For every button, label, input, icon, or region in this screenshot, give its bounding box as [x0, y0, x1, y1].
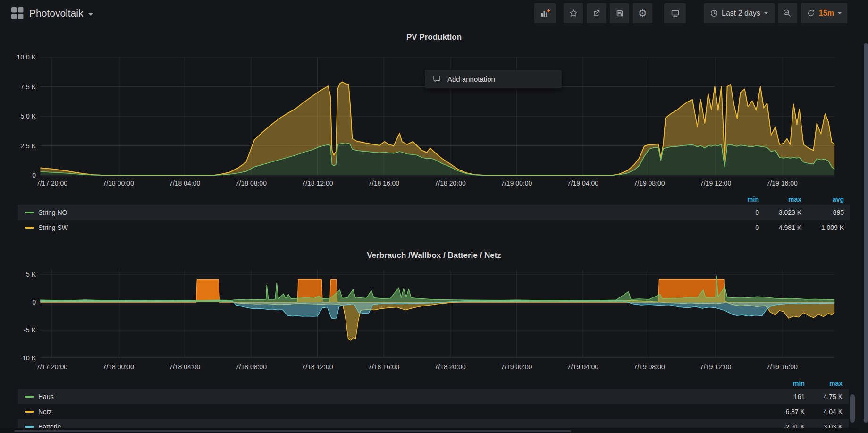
y-tick-label: 0	[0, 171, 36, 179]
time-range-picker[interactable]: Last 2 days	[704, 3, 775, 23]
legend-header-pv: minmaxavg	[18, 194, 850, 205]
x-tick-label: 7/18 04:00	[169, 363, 200, 371]
legend-verbrauch: Haus1614.75 KNetz-6.87 K4.04 KBatterie-2…	[18, 389, 849, 433]
series-color-dash-icon[interactable]	[25, 212, 34, 213]
clock-icon	[710, 9, 718, 17]
legend-series-label[interactable]: Haus	[38, 389, 54, 404]
x-tick-label: 7/19 04:00	[567, 179, 598, 187]
x-tick-label: 7/17 20:00	[36, 363, 67, 371]
refresh-icon	[807, 9, 815, 17]
x-tick-label: 7/18 12:00	[302, 179, 333, 187]
x-tick-label: 7/18 20:00	[435, 363, 466, 371]
x-tick-label: 7/18 12:00	[302, 363, 333, 371]
series-color-dash-icon[interactable]	[25, 396, 34, 398]
gear-icon: ⚙	[638, 8, 647, 18]
x-tick-label: 7/18 08:00	[236, 363, 267, 371]
y-tick-label: -5 K	[0, 326, 36, 334]
grafana-dashboard: { "navbar": { "title": "Photovoltaik", "…	[0, 0, 868, 433]
main-scrollbar-thumb[interactable]	[864, 43, 868, 423]
share-button[interactable]	[587, 3, 606, 23]
y-tick-label: 10.0 K	[0, 53, 36, 61]
refresh-picker[interactable]: 15m	[801, 3, 847, 23]
legend-value-max: 4.04 K	[791, 404, 843, 419]
save-button[interactable]	[610, 3, 629, 23]
series-color-dash-icon[interactable]	[25, 411, 34, 413]
legend-col-header-max[interactable]: max	[759, 194, 801, 205]
dashboard-title: Photovoltaik	[29, 0, 83, 26]
settings-button[interactable]: ⚙	[633, 3, 652, 23]
y-tick-label: 2.5 K	[0, 142, 36, 150]
nav-toolbar: ⚙ Last 2 days	[534, 3, 847, 23]
series-color-dash-icon[interactable]	[25, 227, 34, 229]
panel-title-pv-produktion[interactable]: PV Produktion	[0, 33, 868, 42]
add-panel-button[interactable]	[534, 3, 556, 23]
x-tick-label: 7/17 20:00	[36, 179, 67, 187]
x-tick-label: 7/18 16:00	[368, 179, 399, 187]
chevron-down-icon	[88, 13, 93, 16]
legend-series-label[interactable]: String SW	[38, 220, 68, 235]
y-tick-label: 5 K	[0, 271, 36, 278]
x-tick-label: 7/18 00:00	[103, 363, 134, 371]
navbar: Photovoltaik	[0, 0, 868, 26]
legend-col-header-avg[interactable]: avg	[801, 194, 844, 205]
add-annotation-label: Add annotation	[447, 75, 495, 83]
x-tick-label: 7/19 12:00	[700, 179, 731, 187]
chevron-down-icon	[838, 12, 842, 14]
x-tick-label: 7/19 16:00	[767, 179, 798, 187]
save-icon	[615, 9, 624, 17]
monitor-icon	[671, 9, 680, 17]
chevron-down-icon	[764, 12, 768, 14]
y-tick-label: 5.0 K	[0, 112, 36, 120]
legend-scrollbar-thumb[interactable]	[850, 394, 855, 423]
legend-value-avg: 1.009 K	[792, 220, 844, 235]
legend-series-label[interactable]: Netz	[38, 404, 52, 419]
x-tick-label: 7/18 20:00	[435, 179, 466, 187]
legend-row: String NO03.023 K895	[18, 205, 850, 220]
y-tick-label: 0	[0, 298, 36, 306]
y-tick-label: 7.5 K	[0, 83, 36, 91]
dashboard-title-dropdown[interactable]: Photovoltaik	[29, 0, 93, 26]
legend-value-max: 4.75 K	[791, 389, 843, 404]
x-tick-label: 7/19 08:00	[633, 179, 665, 187]
horizontal-scrollbar-thumb[interactable]	[14, 430, 571, 432]
add-annotation-menu-item[interactable]: Add annotation	[425, 70, 562, 88]
x-tick-label: 7/18 04:00	[169, 179, 200, 187]
time-range-label: Last 2 days	[722, 9, 760, 17]
x-tick-label: 7/19 04:00	[567, 363, 598, 371]
y-tick-label: -10 K	[0, 354, 36, 362]
legend-row: String SW04.981 K1.009 K	[18, 220, 850, 235]
x-tick-label: 7/18 16:00	[368, 363, 399, 371]
x-tick-label: 7/18 08:00	[236, 179, 267, 187]
legend-col-header-min[interactable]: min	[762, 378, 805, 389]
legend-row: Haus1614.75 K	[18, 389, 849, 404]
tv-mode-button[interactable]	[664, 3, 686, 23]
legend-value-avg: 895	[792, 205, 844, 220]
comment-bubble-icon	[433, 75, 441, 83]
refresh-interval-label: 15m	[819, 9, 834, 17]
x-tick-label: 7/19 16:00	[767, 363, 798, 371]
legend-col-header-max[interactable]: max	[800, 378, 843, 389]
legend-row: Netz-6.87 K4.04 K	[18, 404, 849, 419]
add-panel-icon	[540, 9, 550, 17]
share-icon	[592, 9, 601, 17]
x-tick-label: 7/18 00:00	[103, 179, 134, 187]
grafana-grid-logo[interactable]	[11, 7, 24, 19]
panel-title-verbrauch[interactable]: Verbrauch /Wallbox / Batterie / Netz	[0, 251, 868, 260]
legend-col-header-min[interactable]: min	[716, 194, 759, 205]
x-tick-label: 7/19 08:00	[633, 363, 665, 371]
x-tick-label: 7/19 00:00	[501, 363, 532, 371]
zoom-out-button[interactable]	[778, 3, 797, 23]
star-button[interactable]	[564, 3, 583, 23]
verbrauch-chart[interactable]	[40, 267, 835, 360]
x-tick-label: 7/19 12:00	[700, 363, 731, 371]
star-icon	[569, 9, 578, 17]
x-tick-label: 7/19 00:00	[501, 179, 532, 187]
legend-header-verbrauch: minmax	[18, 378, 849, 389]
legend-pv: String NO03.023 K895String SW04.981 K1.0…	[18, 205, 850, 235]
legend-series-label[interactable]: String NO	[38, 205, 67, 220]
zoom-out-icon	[783, 9, 792, 17]
